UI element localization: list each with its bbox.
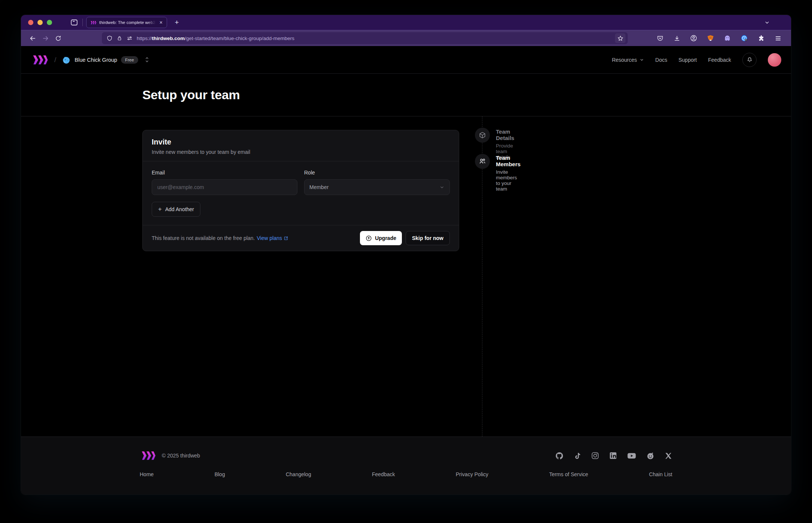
cube-icon [475,128,490,143]
footer-link-blog[interactable]: Blog [215,471,225,477]
zoom-window-button[interactable] [47,20,52,25]
site-header: / Blue Chick Group Free [21,46,791,74]
linkedin-icon[interactable] [609,451,617,460]
invite-card-title: Invite [152,138,450,146]
url-domain: thirdweb.com [152,36,185,41]
role-select[interactable]: Member [304,179,450,195]
nav-docs[interactable]: Docs [655,57,667,63]
phantom-icon[interactable] [722,33,733,44]
role-select-value: Member [309,184,328,190]
chevron-down-icon [439,185,445,190]
menu-hamburger-icon[interactable] [772,33,784,44]
lock-icon[interactable] [116,35,122,41]
notifications-bell-icon[interactable] [742,53,757,67]
permissions-icon[interactable] [126,35,133,42]
footer-link-chain-list[interactable]: Chain List [649,471,672,477]
thirdweb-logo[interactable] [31,54,48,66]
invite-card: Invite Invite new members to your team b… [142,130,459,251]
thirdweb-footer-logo[interactable] [140,450,155,461]
title-section: Setup your team [21,74,791,116]
plus-icon: + [158,206,162,213]
nav-resources[interactable]: Resources [612,57,644,63]
forward-icon[interactable] [39,33,52,44]
skip-for-now-button[interactable]: Skip for now [406,231,450,245]
x-icon[interactable] [664,452,672,460]
browser-toolbar: https://thirdweb.com/get-started/team/bl… [21,30,791,46]
tracking-shield-icon[interactable] [106,35,113,42]
team-name: Blue Chick Group [75,57,117,63]
reddit-icon[interactable] [646,451,655,460]
tiktok-icon[interactable] [573,452,581,460]
user-avatar[interactable] [768,53,781,67]
new-tab-button[interactable]: + [172,17,182,28]
close-window-button[interactable] [28,20,33,25]
email-field[interactable] [152,179,297,195]
url-path: /get-started/team/blue-chick-group/add-m… [185,36,294,41]
add-another-button[interactable]: + Add Another [152,202,200,217]
extensions-puzzle-icon[interactable] [755,33,767,44]
refresh-icon[interactable] [52,33,64,44]
tab-title: thirdweb: The complete web3 d [99,20,156,25]
chevrons-up-down-icon [144,57,150,63]
circle-arrow-up-icon [366,235,372,241]
users-icon [475,154,490,169]
url-text[interactable]: https://thirdweb.com/get-started/team/bl… [137,36,611,41]
onepassword-icon[interactable] [739,33,750,44]
chevron-down-icon [639,57,644,62]
main-area: Invite Invite new members to your team b… [21,116,791,437]
external-link-icon [284,236,288,241]
nav-feedback[interactable]: Feedback [708,57,731,63]
breadcrumb-separator: / [54,56,56,64]
email-label: Email [152,170,297,176]
active-tab[interactable]: thirdweb: The complete web3 d × [86,17,167,28]
footer-link-terms-of-service[interactable]: Terms of Service [549,471,588,477]
page-content: / Blue Chick Group Free [21,46,791,495]
bookmark-star-icon[interactable] [615,33,625,43]
browser-window: thirdweb: The complete web3 d × + https:… [21,15,791,495]
download-icon[interactable] [671,33,682,44]
instagram-icon[interactable] [591,451,599,460]
copyright: © 2025 thirdweb [162,453,200,459]
team-avatar [62,55,71,64]
plan-notice: This feature is not available on the fre… [152,235,288,241]
youtube-icon[interactable] [627,451,636,460]
plan-badge: Free [121,56,138,64]
tab-separator [82,19,83,26]
github-icon[interactable] [555,451,564,460]
page-title: Setup your team [142,88,240,102]
team-switcher[interactable]: Blue Chick Group Free [62,55,149,64]
site-footer: © 2025 thirdweb Home Blog Ch [21,437,791,495]
back-icon[interactable] [26,33,39,44]
list-all-tabs-icon[interactable] [764,19,770,25]
firefox-view-icon[interactable] [69,17,80,28]
pocket-icon[interactable] [654,33,666,44]
window-controls [28,20,52,25]
footer-link-home[interactable]: Home [140,471,154,477]
role-label: Role [304,170,450,176]
minimize-window-button[interactable] [37,20,43,25]
url-bar[interactable]: https://thirdweb.com/get-started/team/bl… [102,32,628,44]
thirdweb-favicon [90,20,96,25]
card-footer: This feature is not available on the fre… [143,225,459,251]
content-column: Invite Invite new members to your team b… [21,116,482,437]
view-plans-link[interactable]: View plans [257,235,288,241]
nav-support[interactable]: Support [678,57,697,63]
footer-link-privacy-policy[interactable]: Privacy Policy [456,471,488,477]
upgrade-button[interactable]: Upgrade [360,231,402,245]
footer-link-changelog[interactable]: Changelog [286,471,311,477]
url-scheme: https:// [137,36,152,41]
browser-tab-bar: thirdweb: The complete web3 d × + [21,15,791,30]
account-icon[interactable] [688,33,699,44]
footer-link-feedback[interactable]: Feedback [372,471,395,477]
invite-card-subtitle: Invite new members to your team by email [152,149,450,155]
tab-close-icon[interactable]: × [159,19,163,26]
metamask-icon[interactable] [705,33,716,44]
